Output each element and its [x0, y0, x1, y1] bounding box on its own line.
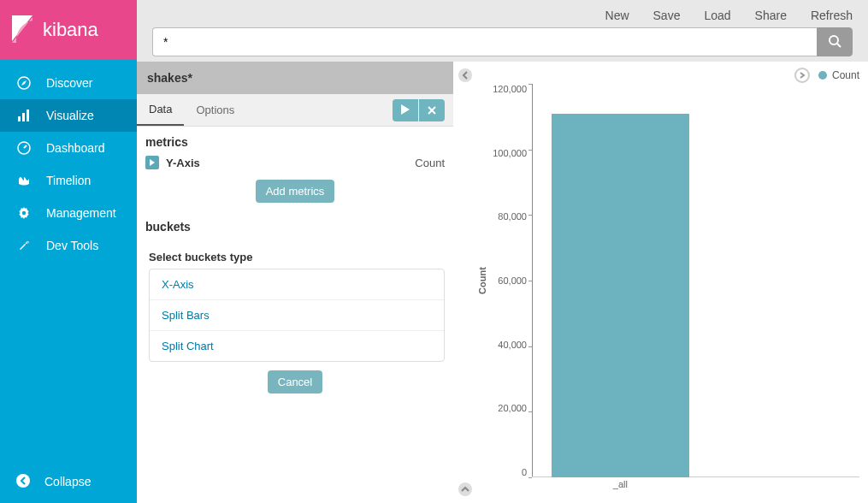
- sidebar-item-discover[interactable]: Discover: [0, 67, 137, 99]
- sidebar-item-label: Visualize: [32, 109, 94, 122]
- apply-button[interactable]: [393, 99, 418, 121]
- svg-point-8: [830, 36, 838, 44]
- metric-yaxis-value: Count: [415, 157, 445, 169]
- caret-right-icon: [145, 156, 159, 169]
- chart-panel: Count Count 120,000100,00080,00060,00040…: [453, 62, 868, 503]
- svg-rect-4: [27, 109, 29, 121]
- action-load[interactable]: Load: [704, 9, 730, 22]
- svg-point-7: [16, 474, 30, 488]
- buckets-heading: buckets: [137, 211, 453, 239]
- discard-button[interactable]: [419, 99, 445, 121]
- action-refresh[interactable]: Refresh: [811, 9, 853, 22]
- bucket-option-split-chart[interactable]: Split Chart: [150, 331, 444, 361]
- sidebar-item-management[interactable]: Management: [0, 197, 137, 229]
- timelion-icon: [15, 174, 32, 187]
- sidebar-item-label: Management: [32, 206, 116, 220]
- svg-point-6: [22, 211, 26, 215]
- bucket-type-list: X-Axis Split Bars Split Chart: [149, 269, 445, 362]
- sidebar-item-visualize[interactable]: Visualize: [0, 99, 137, 132]
- metric-yaxis-row[interactable]: Y-Axis Count: [137, 154, 453, 171]
- sidebar-item-timelion[interactable]: Timelion: [0, 164, 137, 197]
- svg-point-15: [458, 482, 472, 496]
- add-metrics-button[interactable]: Add metrics: [256, 180, 335, 203]
- svg-marker-13: [150, 159, 155, 166]
- search-bar: [137, 27, 868, 62]
- svg-rect-3: [22, 113, 25, 121]
- cancel-button[interactable]: Cancel: [268, 370, 322, 394]
- collapse-left-icon: [15, 473, 31, 491]
- metric-yaxis-label: Y-Axis: [166, 157, 200, 169]
- svg-marker-10: [401, 104, 410, 115]
- sidebar-item-dashboard[interactable]: Dashboard: [0, 132, 137, 164]
- buckets-select-label: Select buckets type: [137, 239, 453, 269]
- compass-icon: [15, 76, 32, 90]
- index-pattern-title: shakes*: [137, 62, 453, 94]
- legend-series-label: Count: [832, 69, 859, 81]
- search-input[interactable]: [152, 27, 817, 56]
- main: New Save Load Share Refresh shakes* Data…: [137, 0, 868, 503]
- play-icon: [401, 104, 410, 117]
- legend-toggle[interactable]: [794, 68, 810, 83]
- bar[interactable]: [552, 114, 689, 478]
- panel-collapse-left[interactable]: [458, 68, 473, 86]
- chart-legend: Count: [475, 67, 859, 84]
- svg-point-14: [458, 68, 472, 82]
- panel-collapse-up[interactable]: [458, 482, 473, 500]
- chart-canvas: [532, 84, 859, 477]
- brand-logo[interactable]: kibana: [0, 0, 137, 60]
- x-axis-ticks: _all: [532, 477, 859, 494]
- bar-chart-icon: [15, 109, 32, 122]
- legend-color-dot-icon: [818, 71, 827, 80]
- svg-line-9: [837, 44, 841, 47]
- action-save[interactable]: Save: [653, 9, 681, 22]
- x-tick-label: _all: [613, 479, 628, 489]
- search-button[interactable]: [817, 27, 853, 56]
- sidebar-item-label: Discover: [32, 76, 92, 90]
- action-new[interactable]: New: [605, 9, 629, 22]
- workspace: shakes* Data Options: [137, 62, 868, 503]
- kibana-logo-icon: [12, 15, 36, 44]
- sidebar-collapse[interactable]: Collapse: [0, 460, 137, 503]
- brand-name: kibana: [36, 19, 98, 41]
- y-axis-ticks: 120,000100,00080,00060,00040,00020,0000: [489, 84, 532, 477]
- config-tabs: Data Options: [137, 94, 453, 127]
- sidebar: kibana Discover Visualize Dashboard: [0, 0, 137, 503]
- gauge-icon: [15, 141, 32, 155]
- wrench-icon: [15, 239, 32, 252]
- gear-icon: [15, 206, 32, 220]
- sidebar-item-label: Dev Tools: [32, 239, 98, 252]
- sidebar-item-label: Timelion: [32, 174, 91, 187]
- bucket-option-xaxis[interactable]: X-Axis: [150, 269, 444, 300]
- bucket-option-split-bars[interactable]: Split Bars: [150, 300, 444, 331]
- tab-data[interactable]: Data: [137, 94, 184, 126]
- action-share[interactable]: Share: [755, 9, 787, 22]
- tab-options[interactable]: Options: [184, 94, 246, 126]
- top-actions: New Save Load Share Refresh: [137, 0, 868, 27]
- config-panel: shakes* Data Options: [137, 62, 453, 503]
- sidebar-item-label: Dashboard: [32, 141, 105, 155]
- collapse-label: Collapse: [31, 475, 91, 488]
- close-icon: [428, 104, 436, 117]
- svg-rect-2: [18, 116, 21, 121]
- y-axis-label: Count: [477, 267, 487, 294]
- search-icon: [828, 34, 841, 50]
- sidebar-item-devtools[interactable]: Dev Tools: [0, 229, 137, 262]
- metrics-heading: metrics: [137, 127, 453, 154]
- plot-area: Count 120,000100,00080,00060,00040,00020…: [475, 84, 859, 477]
